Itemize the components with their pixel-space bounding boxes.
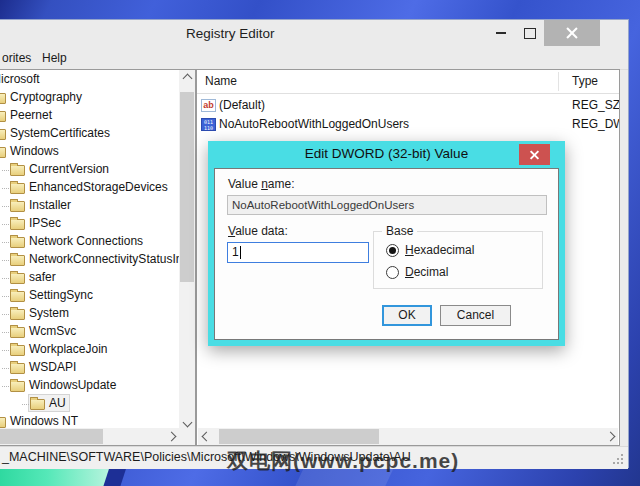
tree-item-cryptography[interactable]: Cryptography: [0, 88, 179, 106]
value-name-cell: NoAutoRebootWithLoggedOnUsers: [219, 115, 409, 134]
tree-item-windows-nt[interactable]: Windows NT: [0, 412, 179, 428]
scroll-up-button[interactable]: [179, 70, 195, 86]
tree-item-label: IPSec: [29, 216, 61, 230]
radio-unselected-icon: [386, 266, 399, 279]
resize-grip-icon[interactable]: [621, 462, 623, 464]
tree-item-network-connections[interactable]: Network Connections: [0, 232, 179, 250]
hexadecimal-radio-label: Hexadecimal: [405, 243, 474, 257]
folder-icon: [10, 273, 25, 284]
text-caret: [240, 246, 241, 259]
scroll-right-button[interactable]: [163, 428, 179, 444]
value-type-cell: REG_DWORD: [572, 115, 620, 134]
menu-bar: orites Help: [0, 48, 628, 70]
tree-item-safer[interactable]: safer: [0, 268, 179, 286]
hexadecimal-radio[interactable]: Hexadecimal: [386, 242, 474, 258]
tree-item-networkconnectivitystatusindicator[interactable]: NetworkConnectivityStatusIndicator: [0, 250, 179, 268]
edit-dword-dialog: Edit DWORD (32-bit) Value Value name: No…: [208, 141, 565, 346]
folder-icon: [0, 417, 6, 428]
value-row[interactable]: 011110NoAutoRebootWithLoggedOnUsersREG_D…: [197, 115, 619, 134]
close-button[interactable]: [544, 20, 600, 46]
chevron-left-icon: [201, 431, 211, 441]
tree-item-label: SettingSync: [29, 288, 93, 302]
tree-items: MicrosoftCryptographyPeernetSystemCertif…: [0, 70, 179, 428]
chevron-right-icon: [605, 431, 615, 441]
tree-item-settingsync[interactable]: SettingSync: [0, 286, 179, 304]
folder-icon: [0, 93, 6, 104]
tree-item-label: WorkplaceJoin: [29, 342, 107, 356]
folder-icon: [0, 147, 6, 158]
tree-item-wsdapi[interactable]: WSDAPI: [0, 358, 179, 376]
scrollbar-thumb[interactable]: [219, 429, 379, 444]
tree-item-microsoft[interactable]: Microsoft: [0, 70, 179, 88]
tree-item-label: WindowsUpdate: [29, 378, 116, 392]
folder-icon: [10, 327, 25, 338]
tree-item-label: Windows NT: [10, 414, 78, 428]
dialog-close-button[interactable]: [519, 144, 550, 165]
scrollbar-thumb[interactable]: [180, 92, 194, 282]
chevron-up-icon: [182, 73, 192, 83]
value-name-field[interactable]: NoAutoRebootWithLoggedOnUsers: [227, 195, 547, 215]
cancel-button[interactable]: Cancel: [440, 305, 511, 326]
minimize-button[interactable]: [486, 21, 515, 45]
tree-item-au[interactable]: AU: [0, 394, 179, 412]
tree-item-label: Microsoft: [0, 72, 40, 86]
scroll-left-button[interactable]: [198, 428, 214, 444]
tree-item-ipsec[interactable]: IPSec: [0, 214, 179, 232]
tree-item-windows[interactable]: Windows: [0, 142, 179, 160]
dialog-body: Value name: NoAutoRebootWithLoggedOnUser…: [214, 168, 559, 340]
folder-icon: [30, 399, 45, 410]
window-title: Registry Editor: [186, 20, 275, 47]
menu-item-help[interactable]: Help: [42, 48, 67, 68]
tree-item-label: WcmSvc: [29, 324, 76, 338]
tree-item-installer[interactable]: Installer: [0, 196, 179, 214]
maximize-icon: [524, 28, 536, 39]
list-horizontal-scrollbar[interactable]: [198, 428, 618, 445]
tree-item-peernet[interactable]: Peernet: [0, 106, 179, 124]
radio-selected-icon: [386, 244, 399, 257]
tree-item-workplacejoin[interactable]: WorkplaceJoin: [0, 340, 179, 358]
folder-icon: [10, 291, 25, 302]
column-divider[interactable]: [558, 72, 559, 91]
scrollbar-thumb[interactable]: [0, 429, 103, 444]
column-header-name[interactable]: Name: [205, 70, 237, 92]
ok-button[interactable]: OK: [382, 305, 432, 326]
value-row[interactable]: ab(Default)REG_SZ: [197, 96, 619, 115]
tree-horizontal-scrollbar[interactable]: [0, 428, 179, 445]
tree-item-label: System: [29, 306, 69, 320]
dword-value-icon: 011110: [201, 118, 216, 131]
chevron-down-icon: [182, 417, 192, 427]
value-name-label: Value name:: [228, 177, 295, 191]
value-data-input[interactable]: 1: [227, 242, 369, 263]
value-data-label: Value data:: [228, 224, 288, 238]
tree-item-label: Windows: [10, 144, 59, 158]
close-icon: [565, 26, 579, 40]
tree-item-wcmsvc[interactable]: WcmSvc: [0, 322, 179, 340]
column-header-type[interactable]: Type: [572, 70, 598, 92]
tree-item-label: SystemCertificates: [10, 126, 110, 140]
tree-item-label: EnhancedStorageDevices: [29, 180, 168, 194]
scroll-right-button[interactable]: [602, 428, 618, 444]
tree-vertical-scrollbar[interactable]: [179, 70, 195, 430]
decimal-radio[interactable]: Decimal: [386, 264, 448, 280]
menu-item-favorites[interactable]: orites: [2, 48, 31, 68]
folder-icon: [10, 201, 25, 212]
tree-item-systemcertificates[interactable]: SystemCertificates: [0, 124, 179, 142]
tree-item-currentversion[interactable]: CurrentVersion: [0, 160, 179, 178]
title-bar[interactable]: Registry Editor: [0, 20, 628, 48]
value-type-cell: REG_SZ: [572, 96, 620, 115]
wallpaper-green-shape: [0, 466, 118, 486]
chevron-right-icon: [166, 431, 176, 441]
tree-item-label: Peernet: [10, 108, 52, 122]
tree-item-system[interactable]: System: [0, 304, 179, 322]
tree-item-windowsupdate[interactable]: WindowsUpdate: [0, 376, 179, 394]
tree-item-label: Installer: [29, 198, 71, 212]
scrollbar-corner: [179, 428, 195, 445]
folder-icon: [10, 165, 25, 176]
close-icon: [530, 150, 539, 159]
tree-item-enhancedstoragedevices[interactable]: EnhancedStorageDevices: [0, 178, 179, 196]
decimal-radio-label: Decimal: [405, 265, 448, 279]
tree-item-label: safer: [29, 270, 56, 284]
folder-icon: [10, 219, 25, 230]
maximize-button[interactable]: [515, 21, 544, 45]
folder-icon: [0, 129, 6, 140]
